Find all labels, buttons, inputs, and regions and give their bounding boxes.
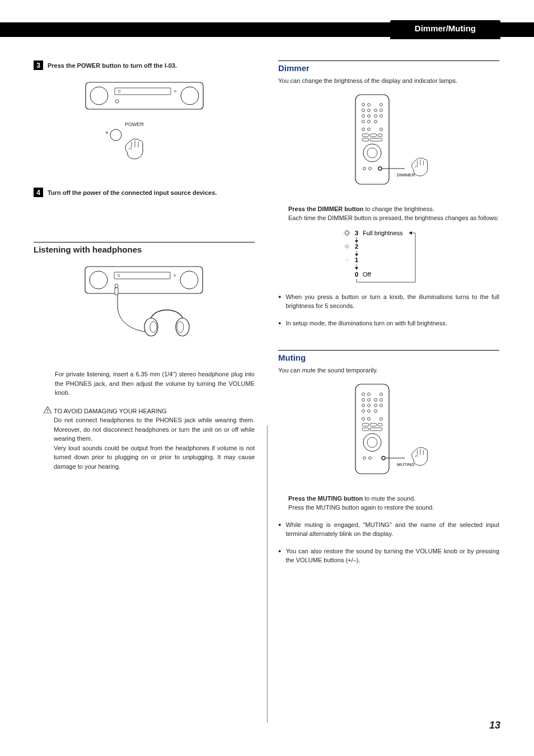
svg-marker-70 xyxy=(355,267,358,270)
svg-point-40 xyxy=(177,321,184,333)
dimmer-each-text: Each time the DIMMER button is pressed, … xyxy=(288,213,499,223)
dimmer-section-title: Dimmer xyxy=(278,60,499,73)
dimmer-button-label: DIMMER xyxy=(397,172,415,178)
muting-remote-illustration: MUTING xyxy=(278,380,499,480)
headphones-body: For private listening, insert a 6.35 mm … xyxy=(55,370,255,398)
dimmer-intro: You can change the brightness of the dis… xyxy=(278,76,499,86)
svg-marker-56 xyxy=(409,231,412,235)
bullet-icon: ● xyxy=(278,547,281,565)
step-3-text: Press the POWER button to turn off the I… xyxy=(48,60,177,69)
svg-line-53 xyxy=(348,230,349,231)
dimmer-levels-diagram: 3 Full brightness 2 1 0 Off xyxy=(278,228,499,284)
svg-point-34 xyxy=(110,129,121,141)
muting-press-line: Press the MUTING button to mute the soun… xyxy=(288,494,499,503)
dimmer-press-line: Press the DIMMER button to change the br… xyxy=(288,204,499,214)
svg-text:0: 0 xyxy=(355,271,358,278)
svg-point-39 xyxy=(150,321,157,333)
svg-rect-36 xyxy=(115,288,118,295)
warning-title: TO AVOID DAMAGING YOUR HEARING xyxy=(54,407,255,416)
muting-button-label: MUTING xyxy=(397,462,415,467)
svg-text:2: 2 xyxy=(355,243,358,250)
svg-text:3: 3 xyxy=(355,230,358,236)
warning-icon xyxy=(44,407,51,472)
bullet-icon: ● xyxy=(278,292,281,311)
column-divider xyxy=(267,426,268,722)
power-button-illustration: POWER xyxy=(34,77,255,172)
page-tab-title: Dimmer/Muting xyxy=(390,20,500,39)
dimmer-remote-illustration: DIMMER xyxy=(278,90,499,191)
page-number: 13 xyxy=(489,720,500,731)
bullet-icon: ● xyxy=(278,319,281,328)
svg-text:1: 1 xyxy=(355,256,358,263)
hand-icon xyxy=(411,447,427,465)
svg-point-42 xyxy=(47,412,48,413)
svg-line-50 xyxy=(344,230,345,231)
hand-icon xyxy=(411,158,427,176)
muting-intro: You can mute the sound temporarily. xyxy=(278,366,499,375)
svg-line-51 xyxy=(348,234,349,235)
step-number-3: 3 xyxy=(34,60,43,70)
muting-again-text: Press the MUTING button again to restore… xyxy=(288,503,499,512)
headphones-illustration xyxy=(34,261,255,356)
muting-section-title: Muting xyxy=(278,350,499,362)
svg-point-59 xyxy=(345,245,348,248)
warning-body-2: Very loud sounds could be output from th… xyxy=(54,444,255,472)
dimmer-bullet-2: In setup mode, the illuminations turn on… xyxy=(285,319,447,328)
header-bar: Dimmer/Muting xyxy=(0,22,534,37)
dimmer-bullet-1: When you press a button or turn a knob, … xyxy=(285,292,499,311)
svg-point-67 xyxy=(346,259,348,261)
step-4-text: Turn off the power of the connected inpu… xyxy=(48,188,217,197)
muting-bullet-2: You can also restore the sound by turnin… xyxy=(285,547,499,565)
warning-body-1: Do not connect headphones to the PHONES … xyxy=(54,416,255,444)
svg-point-35 xyxy=(106,132,107,134)
headphones-icon xyxy=(144,310,189,337)
bullet-icon: ● xyxy=(278,520,281,539)
svg-text:Off: Off xyxy=(363,271,371,278)
svg-point-45 xyxy=(345,231,349,235)
hand-icon xyxy=(125,139,143,159)
power-label: POWER xyxy=(125,122,144,127)
svg-text:Full brightness: Full brightness xyxy=(363,230,403,236)
muting-bullet-1: While muting is engaged, "MUTING" and th… xyxy=(285,520,499,539)
svg-line-52 xyxy=(344,234,345,235)
step-number-4: 4 xyxy=(34,188,43,197)
headphones-section-title: Listening with headphones xyxy=(34,242,255,254)
